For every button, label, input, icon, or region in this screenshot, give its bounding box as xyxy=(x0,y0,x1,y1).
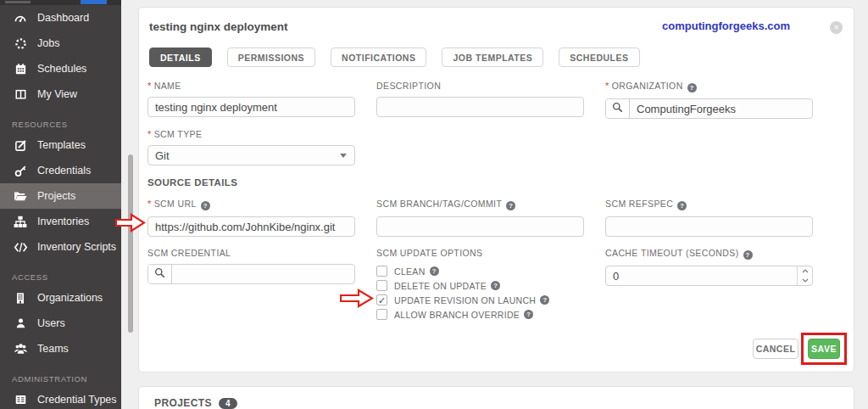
field-scm-branch: SCM BRANCH/TAG/COMMIT? xyxy=(376,199,584,237)
cache-timeout-label: CACHE TIMEOUT (SECONDS)? xyxy=(605,248,813,260)
help-icon[interactable]: ? xyxy=(524,310,533,319)
sidebar-item-jobs[interactable]: Jobs xyxy=(0,31,121,56)
scm-url-input[interactable] xyxy=(147,216,355,237)
tab-notifications[interactable]: NOTIFICATIONS xyxy=(331,48,426,67)
organization-lookup-button[interactable] xyxy=(606,99,630,118)
checkbox-delete-on-update[interactable] xyxy=(376,280,387,291)
sidebar: DashboardJobsSchedulesMy ViewRESOURCESTe… xyxy=(0,0,121,409)
search-icon xyxy=(612,101,623,116)
scm-refspec-label: SCM REFSPEC? xyxy=(605,199,813,210)
cancel-button[interactable]: CANCEL xyxy=(753,339,798,359)
scm-url-label: *SCM URL? xyxy=(147,199,355,210)
source-details-heading: SOURCE DETAILS xyxy=(147,177,237,188)
scm-credential-lookup-button[interactable] xyxy=(148,265,172,283)
sidebar-item-label: Inventories xyxy=(37,216,89,227)
scm-branch-input[interactable] xyxy=(376,216,584,237)
sidebar-item-label: Schedules xyxy=(37,63,86,75)
code-icon xyxy=(12,242,29,253)
description-input[interactable] xyxy=(376,97,584,117)
scm-credential-input[interactable] xyxy=(172,265,354,283)
vertical-scrollbar[interactable] xyxy=(128,154,133,333)
scm-type-select[interactable]: Git xyxy=(147,145,355,165)
tab-schedules[interactable]: SCHEDULES xyxy=(559,48,639,67)
sidebar-item-label: Credentials xyxy=(37,165,91,176)
help-icon[interactable]: ? xyxy=(201,201,210,210)
pencil-square-icon xyxy=(12,139,29,152)
spinner-down-icon[interactable] xyxy=(798,276,812,285)
sidebar-item-label: Credential Types xyxy=(37,394,117,406)
help-icon[interactable]: ? xyxy=(677,201,687,210)
search-icon xyxy=(154,266,165,282)
key-icon xyxy=(12,165,29,177)
topbar-remnant xyxy=(0,0,121,5)
projects-count-badge: 4 xyxy=(219,398,237,409)
checkbox-allow-branch-override[interactable] xyxy=(376,309,387,320)
sidebar-item-label: Jobs xyxy=(37,37,59,49)
topbar-logo-icon xyxy=(81,0,107,4)
sidebar-item-label: My View xyxy=(37,88,77,100)
checkbox-label: UPDATE REVISION ON LAUNCH xyxy=(394,295,536,305)
sidebar-item-label: Projects xyxy=(37,190,75,202)
sidebar-item-label: Inventory Scripts xyxy=(37,241,116,253)
help-icon[interactable]: ? xyxy=(687,83,697,92)
sidebar-item-projects[interactable]: Projects xyxy=(0,183,121,209)
folder-open-icon xyxy=(12,191,29,202)
field-description: DESCRIPTION xyxy=(376,81,584,117)
tab-bar: DETAILSPERMISSIONSNOTIFICATIONSJOB TEMPL… xyxy=(149,48,640,67)
checkbox-label: DELETE ON UPDATE xyxy=(394,281,487,291)
spinner-up-icon[interactable] xyxy=(798,266,812,276)
field-scm-refspec: SCM REFSPEC? xyxy=(605,199,813,237)
tab-job-templates[interactable]: JOB TEMPLATES xyxy=(442,48,543,67)
page: DashboardJobsSchedulesMy ViewRESOURCESTe… xyxy=(0,0,868,409)
checkbox-clean[interactable] xyxy=(376,266,387,277)
cache-timeout-input[interactable]: 0 xyxy=(605,266,813,286)
topbar-logo-text xyxy=(5,1,31,3)
save-button[interactable]: SAVE xyxy=(808,339,840,359)
close-icon[interactable]: ✕ xyxy=(830,21,843,34)
sidebar-section-resources: RESOURCES xyxy=(0,107,121,132)
sidebar-section-administration: ADMINISTRATION xyxy=(0,361,121,387)
chevron-down-icon xyxy=(340,154,347,158)
help-icon[interactable]: ? xyxy=(743,250,753,260)
calendar-icon xyxy=(12,63,29,76)
sidebar-item-credentials[interactable]: Credentials xyxy=(0,158,121,183)
option-row-allow-branch-override: ALLOW BRANCH OVERRIDE? xyxy=(376,307,584,322)
sidebar-item-teams[interactable]: Teams xyxy=(0,336,121,361)
checkbox-update-revision-on-launch[interactable]: ✓ xyxy=(376,294,387,305)
checkbox-label: ALLOW BRANCH OVERRIDE xyxy=(394,310,520,320)
building-icon xyxy=(12,292,29,305)
scm-refspec-input[interactable] xyxy=(605,216,813,237)
help-icon[interactable]: ? xyxy=(430,266,439,276)
help-icon[interactable]: ? xyxy=(491,281,500,290)
name-label: *NAME xyxy=(147,81,355,91)
sidebar-item-templates[interactable]: Templates xyxy=(0,132,121,158)
help-icon[interactable]: ? xyxy=(506,201,515,210)
sidebar-item-label: Dashboard xyxy=(37,12,89,24)
sitemap-icon xyxy=(12,216,29,228)
sidebar-item-inventory-scripts[interactable]: Inventory Scripts xyxy=(0,234,121,260)
sidebar-item-my-view[interactable]: My View xyxy=(0,81,121,107)
field-scm-url: *SCM URL? xyxy=(147,199,355,237)
watermark-link[interactable]: computingforgeeks.com xyxy=(662,20,790,32)
spinner-icon xyxy=(12,37,29,50)
option-row-clean: CLEAN? xyxy=(376,264,584,278)
tab-permissions[interactable]: PERMISSIONS xyxy=(227,48,315,67)
organization-input[interactable] xyxy=(630,99,812,118)
sidebar-section-access: ACCESS xyxy=(0,260,121,285)
help-icon[interactable]: ? xyxy=(540,295,549,305)
option-row-delete-on-update: DELETE ON UPDATE? xyxy=(376,278,584,293)
sidebar-nav: DashboardJobsSchedulesMy ViewRESOURCESTe… xyxy=(0,5,121,409)
sidebar-item-dashboard[interactable]: Dashboard xyxy=(0,5,121,31)
description-label: DESCRIPTION xyxy=(376,81,584,91)
sidebar-item-inventories[interactable]: Inventories xyxy=(0,209,121,234)
field-cache-timeout: CACHE TIMEOUT (SECONDS)? 0 xyxy=(605,248,813,286)
sidebar-item-organizations[interactable]: Organizations xyxy=(0,285,121,311)
sidebar-item-users[interactable]: Users xyxy=(0,311,121,336)
sidebar-item-label: Organizations xyxy=(37,292,103,304)
sidebar-item-schedules[interactable]: Schedules xyxy=(0,56,121,81)
field-name: *NAME xyxy=(147,81,355,117)
name-input[interactable] xyxy=(147,97,355,117)
users-icon xyxy=(12,343,29,355)
tab-details[interactable]: DETAILS xyxy=(149,48,212,67)
sidebar-item-label: Templates xyxy=(37,139,86,151)
